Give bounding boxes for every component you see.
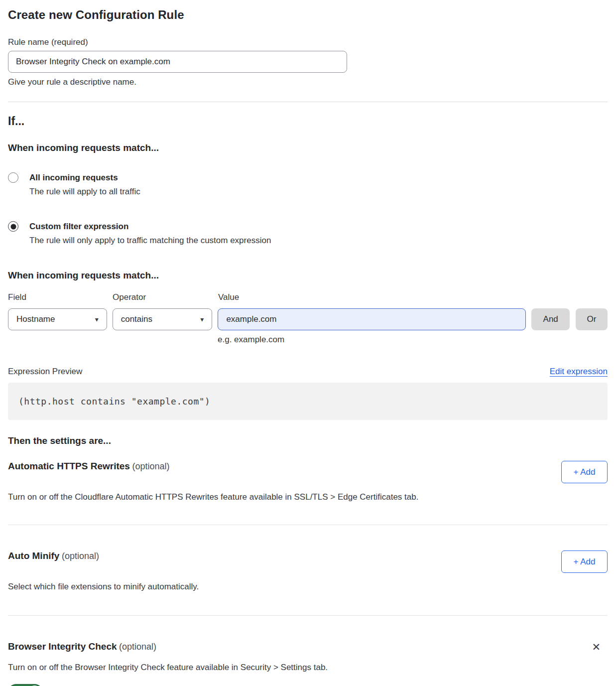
settings-heading: Then the settings are...: [8, 435, 608, 446]
close-icon: ✕: [592, 641, 601, 653]
if-heading: If...: [8, 115, 608, 128]
radio-description: The rule will apply to all traffic: [29, 186, 140, 198]
setting-title: Browser Integrity Check: [8, 641, 117, 652]
setting-title: Automatic HTTPS Rewrites: [8, 461, 130, 471]
field-select-value: Hostname: [16, 314, 55, 324]
add-auto-minify-button[interactable]: + Add: [561, 550, 608, 573]
setting-optional-tag: (optional): [62, 551, 99, 561]
configuration-rule-form: Create new Configuration Rule Rule name …: [0, 0, 616, 686]
rule-name-help: Give your rule a descriptive name.: [8, 77, 608, 87]
section-divider: [8, 525, 608, 525]
setting-optional-tag: (optional): [132, 461, 169, 471]
section-divider: [8, 102, 608, 102]
radio-button[interactable]: [8, 221, 18, 232]
rule-name-group: Rule name (required) Give your rule a de…: [8, 37, 608, 87]
value-help: e.g. example.com: [218, 335, 608, 345]
radio-option-custom-filter-expression[interactable]: Custom filter expression The rule will o…: [8, 221, 608, 247]
setting-description: Turn on or off the Browser Integrity Che…: [8, 662, 496, 673]
setting-auto-minify: Auto Minify (optional) + Add Select whic…: [8, 550, 608, 592]
value-input[interactable]: [218, 308, 526, 330]
builder-heading: When incoming requests match...: [8, 270, 608, 281]
radio-option-all-incoming-requests[interactable]: All incoming requests The rule will appl…: [8, 172, 608, 198]
setting-browser-integrity-check: Browser Integrity Check (optional) ✕ Tur…: [8, 641, 608, 686]
field-select[interactable]: Hostname ▾: [8, 308, 107, 330]
add-automatic-https-rewrites-button[interactable]: + Add: [561, 461, 608, 483]
expression-builder: Field Operator Value Hostname ▾ contains…: [8, 292, 608, 345]
operator-select-value: contains: [121, 314, 152, 324]
expression-preview-header: Expression Preview Edit expression: [8, 367, 608, 377]
radio-label: Custom filter expression: [29, 221, 271, 233]
setting-description: Turn on or off the Cloudflare Automatic …: [8, 491, 496, 503]
browser-integrity-check-toggle[interactable]: ✓: [8, 684, 43, 686]
rule-name-label: Rule name (required): [8, 37, 608, 47]
or-button[interactable]: Or: [576, 308, 608, 330]
expression-preview-label: Expression Preview: [8, 367, 82, 377]
match-heading: When incoming requests match...: [8, 142, 608, 153]
radio-description: The rule will only apply to traffic matc…: [29, 235, 271, 247]
page-title: Create new Configuration Rule: [8, 8, 608, 22]
expression-code: (http.host contains "example.com"): [18, 396, 210, 407]
operator-label: Operator: [113, 292, 218, 302]
remove-setting-button[interactable]: ✕: [589, 641, 604, 654]
radio-button[interactable]: [8, 172, 18, 183]
rule-name-input[interactable]: [8, 51, 347, 73]
match-options: All incoming requests The rule will appl…: [8, 172, 608, 247]
and-button[interactable]: And: [531, 308, 570, 330]
setting-optional-tag: (optional): [119, 642, 156, 652]
operator-select[interactable]: contains ▾: [113, 308, 213, 330]
setting-description: Select which file extensions to minify a…: [8, 581, 496, 592]
field-label: Field: [8, 292, 113, 302]
chevron-down-icon: ▾: [200, 316, 204, 323]
edit-expression-link[interactable]: Edit expression: [550, 367, 608, 377]
section-divider: [8, 615, 608, 616]
chevron-down-icon: ▾: [95, 316, 99, 323]
value-label: Value: [218, 292, 527, 302]
radio-label: All incoming requests: [29, 172, 140, 184]
setting-automatic-https-rewrites: Automatic HTTPS Rewrites (optional) + Ad…: [8, 461, 608, 503]
expression-preview-code-block: (http.host contains "example.com"): [8, 383, 608, 420]
setting-title: Auto Minify: [8, 550, 59, 561]
